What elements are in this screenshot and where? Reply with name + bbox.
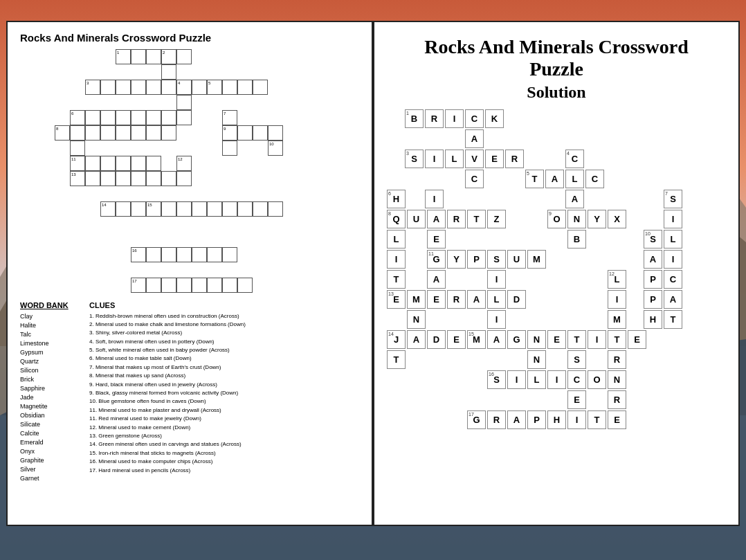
cell-3-4 [131, 80, 146, 95]
cell-17-1: 17 [131, 278, 146, 293]
sol-C4: 4C [565, 150, 584, 168]
sol-T15b: T [608, 330, 626, 349]
cell-11-4 [116, 156, 131, 171]
sol-A14: A [407, 330, 426, 349]
sol-A8: A [427, 210, 446, 228]
cell-14-4: 15 [146, 201, 161, 217]
cell-3-7: 4 [176, 80, 192, 95]
sol-R8: R [447, 210, 466, 228]
cell-17-6 [207, 278, 222, 293]
sol-I17: I [567, 410, 586, 429]
clue-9b: 9. Black, glassy mineral formed from vol… [89, 389, 362, 397]
cell-9-2 [237, 125, 253, 141]
word-magnetite: Magnetite [20, 402, 75, 411]
clue-5: 5. Soft, white mineral often used in bab… [89, 346, 362, 354]
sol-I10: I [664, 250, 682, 269]
cell-6-6 [146, 110, 161, 125]
sol-H17: H [547, 410, 566, 429]
cell-d1 [70, 141, 85, 156]
sol-L-q: L [387, 230, 406, 249]
clue-4: 4. Soft, brown mineral often used in pot… [89, 338, 362, 346]
cell-3-12 [253, 80, 268, 95]
sol-H6: 6H [387, 190, 406, 208]
cell-8-6 [131, 125, 146, 141]
cell-17-5 [192, 278, 207, 293]
sol-S3: 3S [405, 150, 424, 168]
clue-14: 14. Green mineral often used in carvings… [89, 440, 362, 449]
sol-G11: 11G [427, 250, 446, 269]
sol-M12: M [608, 310, 626, 329]
cell-8-1: 8 [55, 125, 70, 141]
sol-T5: 5T [525, 170, 544, 188]
cell-3-5 [146, 80, 161, 95]
word-talc: Talc [20, 330, 75, 339]
sol-S11: S [487, 250, 506, 269]
cell-3-8 [192, 80, 207, 95]
cell-13-2 [85, 171, 100, 186]
clues-title: CLUES [89, 301, 362, 309]
left-panel: Rocks And Minerals Crossword Puzzle 1 2 … [6, 21, 373, 526]
cell-6-8 [176, 110, 192, 125]
sol-E17: E [608, 410, 626, 429]
cell-14-1: 14 [100, 201, 116, 217]
sol-M15: 15M [467, 330, 486, 349]
cell-12-1: 12 [176, 156, 192, 171]
clue-16: 16. Mineral used to make computer chips … [89, 458, 362, 466]
cell-15-8 [268, 201, 283, 217]
word-graphite: Graphite [20, 456, 75, 465]
sol-M13: M [407, 290, 426, 309]
word-gypsum: Gypsum [20, 348, 75, 357]
cell-8-3 [85, 125, 100, 141]
sol-Q8: 8Q [387, 210, 406, 228]
cell-17-7 [222, 278, 237, 293]
cell-3-9: 5 [207, 80, 222, 95]
cell-6-5 [131, 110, 146, 125]
sol-R-n: R [608, 390, 626, 409]
sol-C16: C [567, 370, 586, 389]
sol-T-q: T [387, 270, 406, 289]
sol-P17: P [527, 410, 546, 429]
sol-L12: 12L [608, 270, 626, 289]
sol-I15: I [588, 330, 606, 349]
sol-A15: A [487, 330, 506, 349]
word-silicate: Silicate [20, 420, 75, 429]
sol-A10b: A [664, 290, 682, 309]
sol-N16: N [608, 370, 626, 389]
sol-C-d2: C [465, 170, 484, 188]
cell-13-4 [116, 171, 131, 186]
sol-I-m: I [487, 270, 506, 289]
clue-13: 13. Green gemstone (Across) [89, 432, 362, 440]
sol-G15: G [507, 330, 526, 349]
sol-C5: C [585, 170, 604, 188]
sol-L16: L [527, 370, 546, 389]
sol-Z8: Z [487, 210, 506, 228]
left-panel-title: Rocks And Minerals Crossword Puzzle [20, 32, 362, 44]
sol-C10: C [664, 270, 682, 289]
cell-1-5 [176, 49, 192, 64]
cell-3-11 [237, 80, 253, 95]
sol-T15: T [567, 330, 586, 349]
word-limestone: Limestone [20, 339, 75, 348]
sol-R3: R [505, 150, 524, 168]
word-emerald: Emerald [20, 438, 75, 447]
sol-A5: A [545, 170, 564, 188]
cell-11-6 [146, 156, 161, 171]
sol-E14: E [447, 330, 466, 349]
cell-3-10 [222, 80, 237, 95]
clue-10: 10. Blue gemstone often found in caves (… [89, 397, 362, 406]
sol-S-m: S [567, 350, 586, 369]
cell-9-1: 9 [222, 125, 237, 141]
puzzle-wrapper: 1 2 3 4 5 6 [55, 49, 283, 298]
sol-H10: H [644, 310, 662, 329]
sol-S16: 16S [487, 370, 506, 389]
sol-C1: C [465, 109, 484, 128]
sol-I7: I [664, 210, 682, 228]
cell-6-9: 7 [222, 110, 237, 125]
sol-A-d4: A [565, 190, 584, 208]
clues-list: 1. Reddish-brown mineral often used in c… [89, 312, 362, 475]
cell-11-2 [85, 156, 100, 171]
sol-I-m2: I [487, 310, 506, 329]
sol-O16: O [588, 370, 606, 389]
sol-R13: R [447, 290, 466, 309]
clue-11a: 11. Mineral used to make plaster and dry… [89, 406, 362, 415]
